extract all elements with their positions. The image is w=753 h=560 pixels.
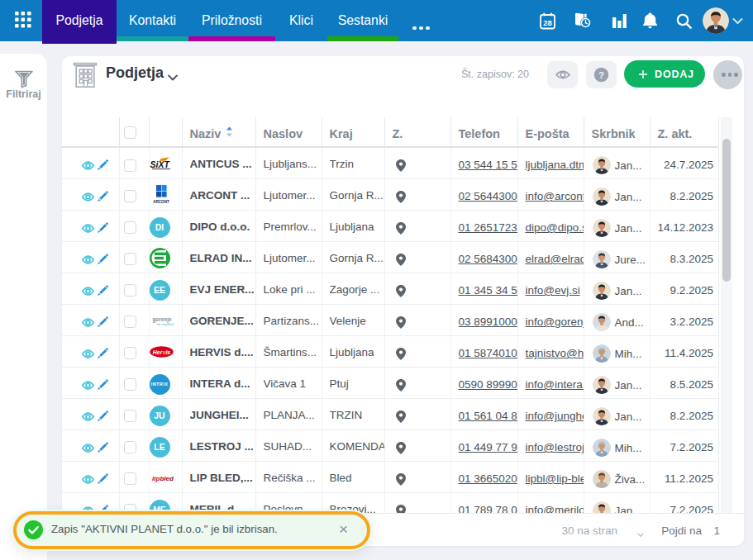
svg-text:life simplified: life simplified	[156, 322, 174, 325]
svg-text:28: 28	[543, 18, 552, 27]
svg-text:lipbled: lipbled	[152, 475, 174, 482]
svg-text:ARCONT: ARCONT	[153, 200, 169, 204]
svg-text:?: ?	[598, 70, 604, 80]
svg-text:Hervis: Hervis	[152, 349, 170, 355]
svg-text:SiXT: SiXT	[150, 159, 170, 169]
svg-text:gorenje: gorenje	[152, 316, 172, 322]
